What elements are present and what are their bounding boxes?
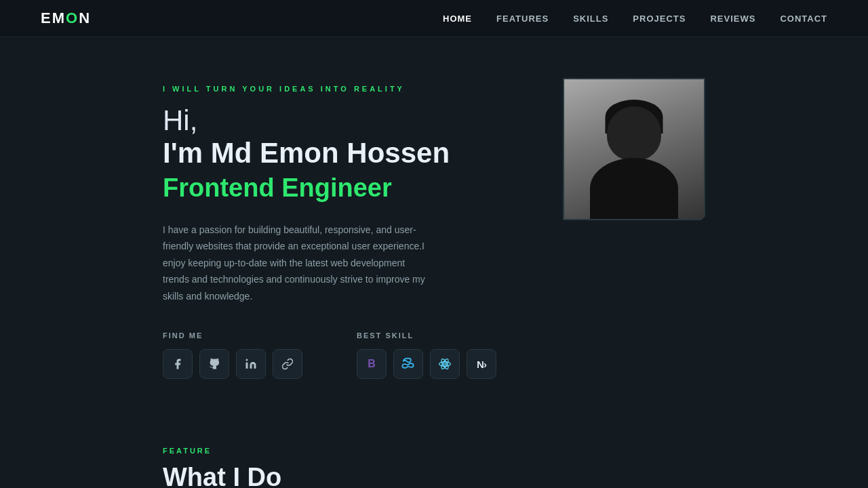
profile-photo	[564, 79, 704, 219]
react-icon[interactable]	[430, 349, 460, 379]
feature-section-label: FEATURE	[163, 447, 705, 455]
svg-point-1	[246, 359, 248, 361]
profile-photo-frame	[563, 78, 705, 220]
github-icon[interactable]	[199, 349, 229, 379]
hero-left: I WILL TURN YOUR IDEAS INTO REALITY Hi, …	[163, 85, 515, 379]
svg-point-2	[443, 363, 446, 365]
hero-role: Frontend Engineer	[163, 174, 515, 203]
nav-links: HOME FEATURES SKILLS PROJECTS REVIEWS CO…	[443, 12, 827, 24]
best-skill-group: BEST SKILL B N›	[357, 331, 496, 379]
hero-description: I have a passion for building beautiful,…	[163, 222, 434, 305]
find-me-label: FIND ME	[163, 331, 302, 340]
social-icons	[163, 349, 302, 379]
tailwind-icon[interactable]	[393, 349, 423, 379]
bootstrap-icon[interactable]: B	[357, 349, 387, 379]
facebook-icon[interactable]	[163, 349, 193, 379]
nav-reviews[interactable]: REVIEWS	[710, 14, 755, 24]
nav-projects[interactable]: PROJECTS	[633, 14, 686, 24]
find-me-group: FIND ME	[163, 331, 302, 379]
svg-point-3	[439, 362, 451, 367]
feature-title: What I Do	[163, 463, 705, 488]
hero-photo	[563, 78, 705, 220]
nav-features[interactable]: FEATURES	[496, 14, 549, 24]
best-skill-label: BEST SKILL	[357, 331, 496, 340]
hero-section: I WILL TURN YOUR IDEAS INTO REALITY Hi, …	[0, 37, 868, 420]
hero-tagline: I WILL TURN YOUR IDEAS INTO REALITY	[163, 85, 515, 93]
navbar: EMON HOME FEATURES SKILLS PROJECTS REVIE…	[0, 0, 868, 37]
svg-rect-0	[246, 363, 248, 369]
silhouette-face	[607, 106, 661, 161]
nextjs-icon[interactable]: N›	[467, 349, 496, 379]
silhouette-body	[590, 158, 678, 219]
hero-name: I'm Md Emon Hossen	[163, 136, 515, 170]
hero-greeting: Hi,	[163, 105, 515, 136]
nav-home[interactable]: HOME	[443, 14, 472, 24]
linkedin-icon[interactable]	[236, 349, 266, 379]
nav-skills[interactable]: SKILLS	[573, 14, 608, 24]
feature-section: FEATURE What I Do Dedicated front-end en…	[0, 420, 868, 488]
nav-contact[interactable]: CONTACT	[780, 14, 827, 24]
logo[interactable]: EMON	[41, 9, 91, 27]
external-link-icon[interactable]	[273, 349, 302, 379]
skill-icons: B N›	[357, 349, 496, 379]
hero-bottom: FIND ME BEST SKIL	[163, 331, 515, 379]
